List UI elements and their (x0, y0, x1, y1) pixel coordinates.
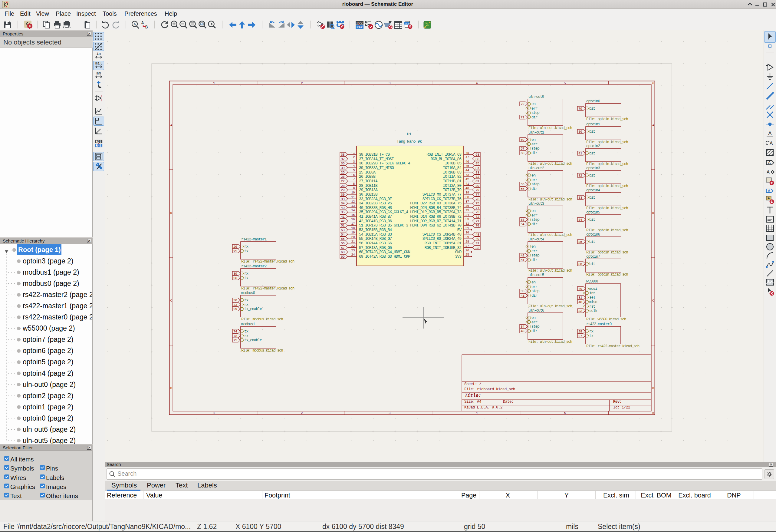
svg-text:3: 3 (389, 81, 390, 85)
svg-text:HDMI_D1N_RGB_R6_IOT39B_72: HDMI_D1N_RGB_R6_IOT39B_72 (410, 214, 461, 219)
svg-text:33: 33 (341, 197, 345, 201)
svg-text:51_IOR17B_RGB_B5_GCLKC_3: 51_IOR17B_RGB_B5_GCLKC_3 (359, 223, 408, 228)
svg-text:29: 29 (465, 235, 469, 239)
svg-text:86: 86 (475, 157, 479, 161)
svg-text:in: in (96, 52, 101, 56)
svg-text:4: 4 (476, 81, 478, 85)
svg-text:23: 23 (351, 248, 355, 252)
svg-text:41: 41 (521, 294, 525, 298)
svg-text:File: optoin.kicad_sch: File: optoin.kicad_sch (586, 273, 628, 277)
svg-text:37: 37 (341, 157, 344, 161)
svg-text:26_IOB8B: 26_IOB8B (359, 174, 376, 179)
svg-text:uln-out0: uln-out0 (529, 95, 544, 99)
svg-text:33: 33 (465, 217, 469, 221)
svg-text:File: optoin.kicad_sch: File: optoin.kicad_sch (586, 184, 628, 188)
svg-text:28: 28 (578, 329, 582, 333)
svg-text:10: 10 (351, 191, 355, 194)
svg-text:2: 2 (301, 411, 303, 415)
svg-text:73: 73 (475, 210, 479, 214)
svg-text:step: step (532, 253, 539, 258)
svg-text:A: A (141, 21, 144, 25)
svg-text:83: 83 (578, 196, 582, 199)
svg-text:81: 81 (578, 151, 582, 155)
svg-text:33_IOB23A_RGB_DE: 33_IOB23A_RGB_DE (359, 197, 392, 201)
svg-text:38_IOB31B_TF_CS: 38_IOB31B_TF_CS (359, 152, 390, 157)
svg-text:A: A (652, 124, 654, 127)
svg-text:40_IOB33B_RGB_HS: 40_IOB33B_RGB_HS (359, 206, 392, 210)
svg-text:38: 38 (465, 195, 469, 199)
svg-text:step: step (532, 147, 539, 151)
svg-text:dir: dir (532, 151, 538, 155)
svg-text:29: 29 (341, 188, 345, 192)
svg-text:79: 79 (578, 107, 582, 111)
svg-text:56_IOR14A_RGB_G6: 56_IOR14A_RGB_G6 (359, 241, 392, 245)
svg-text:bit: bit (589, 130, 595, 134)
svg-text:27: 27 (578, 334, 582, 338)
svg-text:30: 30 (465, 231, 469, 234)
svg-text:File: optoin.kicad_sch: File: optoin.kicad_sch (586, 117, 628, 122)
svg-text:RGB_INIT_IOB15A_31: RGB_INIT_IOB15A_31 (424, 241, 461, 245)
svg-text:GND: GND (455, 250, 462, 254)
svg-text:modbus0: modbus0 (241, 291, 255, 295)
svg-text:85: 85 (475, 161, 479, 165)
svg-text:18: 18 (351, 226, 355, 230)
svg-text:31: 31 (475, 241, 479, 245)
svg-text:A: A (768, 196, 770, 200)
svg-text:A: A (767, 170, 770, 175)
svg-text:rx: rx (244, 245, 248, 249)
svg-text:31: 31 (578, 296, 582, 300)
svg-text:6: 6 (353, 173, 355, 177)
svg-text:51: 51 (521, 258, 525, 262)
svg-text:82: 82 (578, 174, 582, 177)
svg-text:File: uln-out.kicad_sch: File: uln-out.kicad_sch (529, 233, 572, 237)
svg-text:R42: R42 (96, 144, 102, 148)
svg-text:53: 53 (341, 228, 345, 232)
svg-text:28: 28 (465, 240, 469, 243)
svg-text:File: uln-out.kicad_sch: File: uln-out.kicad_sch (529, 269, 572, 273)
svg-text:82: 82 (475, 175, 479, 179)
svg-text:71: 71 (475, 219, 479, 223)
svg-text:U1: U1 (407, 132, 412, 137)
svg-text:3: 3 (389, 411, 390, 415)
svg-text:HDMI_D2N_RGB_R4_IOT38B_74: HDMI_D2N_RGB_R4_IOT38B_74 (410, 206, 461, 210)
svg-text:34: 34 (341, 201, 345, 205)
svg-text:mil: mil (95, 61, 102, 66)
svg-text:err: err (532, 249, 538, 253)
svg-text:dir: dir (532, 258, 538, 262)
svg-text:39: 39 (233, 272, 237, 276)
svg-text:32: 32 (475, 246, 479, 250)
svg-text:mosi: mosi (589, 287, 597, 291)
svg-text:33: 33 (233, 303, 237, 307)
svg-text:sclk: sclk (589, 309, 597, 313)
svg-text:16: 16 (351, 217, 355, 221)
svg-text:39_IOB33A_TF_MISO: 39_IOB33A_TF_MISO (359, 166, 394, 170)
svg-text:bit: bit (589, 240, 595, 244)
svg-text:54: 54 (341, 232, 345, 236)
svg-text:42: 42 (521, 253, 525, 257)
svg-text:36: 36 (465, 204, 469, 208)
svg-text:uln-out1: uln-out1 (529, 131, 544, 135)
svg-text:80: 80 (578, 130, 582, 134)
svg-text:30_IOB13B: 30_IOB13B (359, 192, 378, 197)
svg-text:C: C (170, 299, 172, 303)
svg-text:err: err (532, 107, 538, 111)
svg-text:A: A (768, 130, 772, 137)
svg-text:72: 72 (521, 102, 525, 106)
svg-text:optoin7: optoin7 (586, 255, 600, 259)
svg-text:2: 2 (353, 155, 355, 159)
svg-text:72: 72 (475, 215, 479, 219)
svg-text:uln-out2: uln-out2 (529, 166, 544, 170)
svg-text:rs422-master0: rs422-master0 (586, 322, 612, 326)
svg-text:35: 35 (465, 209, 469, 212)
svg-text:39: 39 (465, 191, 469, 194)
svg-text:File: w5500.kicad_sch: File: w5500.kicad_sch (586, 317, 626, 322)
svg-text:79: 79 (475, 188, 479, 192)
svg-text:dir: dir (532, 187, 538, 191)
svg-text:uln-out3: uln-out3 (529, 202, 544, 206)
svg-text:83: 83 (475, 170, 479, 174)
svg-text:dir: dir (532, 329, 538, 333)
svg-text:1: 1 (213, 81, 215, 85)
svg-text:6: 6 (652, 411, 654, 415)
svg-text:7: 7 (353, 177, 355, 181)
svg-text:Rev:: Rev: (613, 400, 622, 404)
